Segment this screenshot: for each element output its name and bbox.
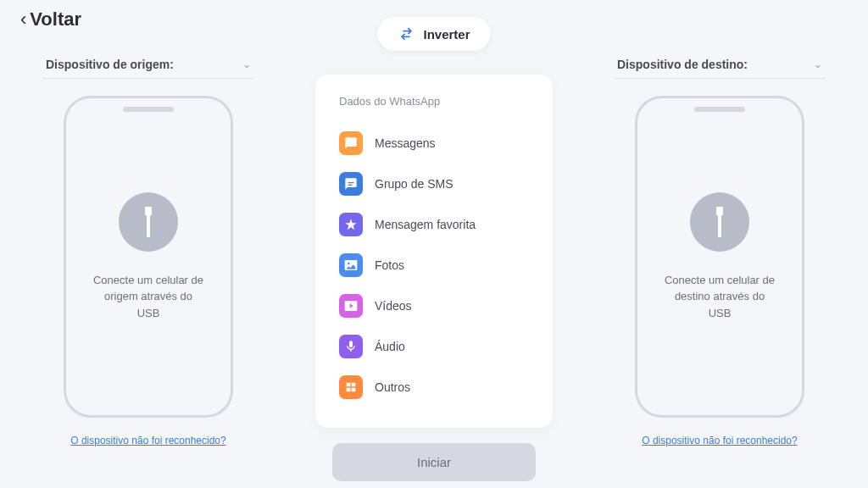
data-item-outros[interactable]: Outros bbox=[339, 367, 529, 408]
phone-notch bbox=[123, 107, 174, 112]
source-help-link[interactable]: O dispositivo não foi reconhecido? bbox=[70, 435, 225, 446]
data-title: Dados do WhatsApp bbox=[339, 95, 529, 108]
back-button[interactable]: ‹ Voltar bbox=[20, 8, 81, 30]
source-label: Dispositivo de origem: bbox=[46, 58, 174, 71]
outros-icon bbox=[339, 375, 363, 399]
grupo-de-sms-icon bbox=[339, 172, 363, 196]
mensagem-favorita-icon bbox=[339, 213, 363, 236]
data-item-label: Messagens bbox=[375, 136, 436, 150]
data-item-mensagem-favorita[interactable]: Mensagem favorita bbox=[339, 204, 529, 245]
data-column: Dados do WhatsApp MessagensGrupo de SMSM… bbox=[315, 51, 553, 488]
svg-rect-3 bbox=[718, 215, 721, 237]
destination-device-selector[interactable]: Dispositivo de destino: ⌄ bbox=[614, 51, 826, 79]
svg-rect-1 bbox=[147, 215, 150, 237]
source-phone-text: Conecte um celular de origem através do … bbox=[83, 272, 214, 322]
back-label: Voltar bbox=[30, 8, 81, 30]
svg-rect-2 bbox=[716, 207, 723, 215]
svg-rect-0 bbox=[145, 207, 152, 215]
source-column: Dispositivo de origem: ⌄ Conecte um celu… bbox=[42, 51, 254, 488]
chevron-left-icon: ‹ bbox=[20, 8, 26, 30]
phone-notch bbox=[694, 107, 745, 112]
data-item-label: Áudio bbox=[375, 340, 405, 353]
destination-help-link[interactable]: O dispositivo não foi reconhecido? bbox=[642, 435, 797, 446]
data-item-grupo-de-sms[interactable]: Grupo de SMS bbox=[339, 164, 529, 204]
data-card: Dados do WhatsApp MessagensGrupo de SMSM… bbox=[315, 75, 553, 428]
usb-icon bbox=[119, 192, 178, 252]
source-phone-placeholder: Conecte um celular de origem através do … bbox=[64, 96, 233, 418]
vídeos-icon bbox=[339, 294, 363, 318]
chevron-down-icon: ⌄ bbox=[242, 58, 251, 70]
destination-phone-placeholder: Conecte um celular de destino através do… bbox=[635, 96, 804, 418]
usb-icon bbox=[690, 192, 749, 252]
chevron-down-icon: ⌄ bbox=[814, 58, 822, 70]
invert-label: Inverter bbox=[423, 27, 470, 42]
data-item-label: Grupo de SMS bbox=[375, 177, 453, 191]
messagens-icon bbox=[339, 131, 363, 155]
destination-column: Dispositivo de destino: ⌄ Conecte um cel… bbox=[614, 51, 826, 488]
destination-phone-text: Conecte um celular de destino através do… bbox=[654, 272, 785, 322]
data-item-fotos[interactable]: Fotos bbox=[339, 245, 529, 286]
áudio-icon bbox=[339, 335, 363, 358]
data-item-label: Mensagem favorita bbox=[375, 218, 476, 231]
invert-button[interactable]: Inverter bbox=[377, 17, 490, 51]
data-item-label: Outros bbox=[375, 380, 410, 394]
data-item-label: Vídeos bbox=[375, 299, 412, 313]
data-item-áudio[interactable]: Áudio bbox=[339, 326, 529, 367]
data-item-label: Fotos bbox=[375, 258, 404, 272]
start-button[interactable]: Iniciar bbox=[332, 443, 536, 481]
destination-label: Dispositivo de destino: bbox=[617, 58, 748, 71]
swap-icon bbox=[398, 25, 415, 42]
source-device-selector[interactable]: Dispositivo de origem: ⌄ bbox=[42, 51, 254, 79]
data-item-vídeos[interactable]: Vídeos bbox=[339, 286, 529, 326]
data-item-messagens[interactable]: Messagens bbox=[339, 123, 529, 164]
fotos-icon bbox=[339, 253, 363, 277]
